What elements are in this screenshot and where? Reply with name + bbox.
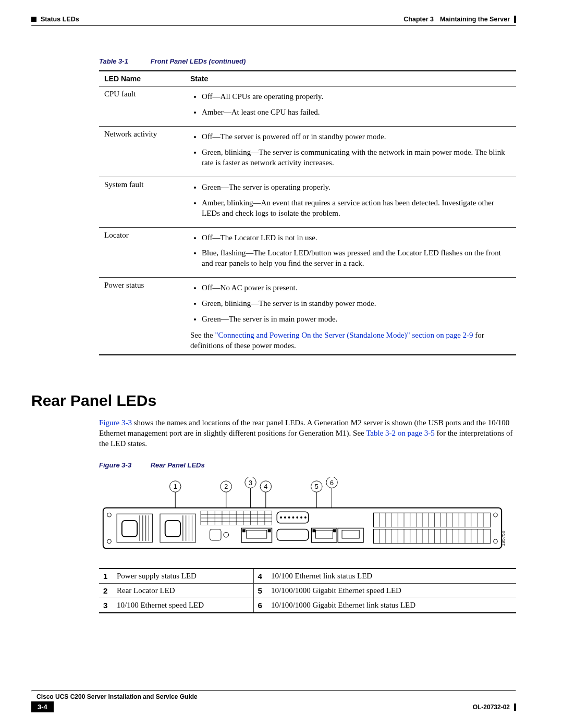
callout-table: 1 Power supply status LED 4 10/100 Ether… <box>99 568 516 613</box>
svg-text:1: 1 <box>174 484 177 491</box>
svg-point-67 <box>300 516 302 519</box>
led-state: Green—The server is operating properly. <box>202 182 511 193</box>
led-state: Off—The server is powered off or in stan… <box>202 132 511 142</box>
led-state: Off—No AC power is present. <box>202 283 511 293</box>
table-caption: Table 3-1 Front Panel LEDs (continued) <box>99 57 516 65</box>
svg-point-65 <box>292 516 295 519</box>
led-state: Off—All CPUs are operating properly. <box>202 92 511 102</box>
footer-doc-title: Cisco UCS C200 Server Installation and S… <box>36 693 516 700</box>
svg-rect-58 <box>242 529 246 533</box>
svg-point-68 <box>304 516 307 519</box>
led-name: Power status <box>99 278 185 355</box>
section-paragraph: Figure 3-3 shows the names and locations… <box>99 417 516 449</box>
callout-num: 6 <box>253 598 267 613</box>
running-header: Status LEDs Chapter 3 Maintaining the Se… <box>31 16 516 23</box>
svg-text:3: 3 <box>249 479 252 487</box>
figure-title: Rear Panel LEDs <box>151 461 205 469</box>
led-name: CPU fault <box>99 87 185 127</box>
table-title: Front Panel LEDs (continued) <box>151 57 246 65</box>
svg-rect-73 <box>313 529 316 533</box>
figure-tag: 195750 <box>500 531 506 546</box>
svg-rect-30 <box>122 521 137 537</box>
page-number: 3-4 <box>31 701 54 712</box>
see-note: See the "Connecting and Powering On the … <box>190 330 511 351</box>
table-row: Network activity Off—The server is power… <box>99 126 516 177</box>
callout-label: 10/100 Ethernet link status LED <box>267 569 516 584</box>
table-row: System fault Green—The server is operati… <box>99 177 516 227</box>
see-link[interactable]: "Connecting and Powering On the Server (… <box>215 331 473 339</box>
table-row: Power status Off—No AC power is present.… <box>99 278 516 355</box>
table-ref-link[interactable]: Table 3-2 on page 3-5 <box>366 429 434 437</box>
callout-label: 10/100/1000 Gigabit Ethernet link status… <box>267 598 516 613</box>
callout-label: Rear Locator LED <box>113 584 253 598</box>
led-state: Off—The Locator LED is not in use. <box>202 233 511 243</box>
table-number: Table 3-1 <box>99 57 149 65</box>
svg-rect-36 <box>165 521 180 537</box>
figure-caption: Figure 3-3 Rear Panel LEDs <box>99 461 516 469</box>
led-state: Green, blinking—The server is communicat… <box>202 147 511 168</box>
callout-num: 2 <box>99 584 113 598</box>
svg-point-66 <box>296 516 298 519</box>
led-name: System fault <box>99 177 185 227</box>
see-prefix: See the <box>190 331 215 339</box>
led-state: Green—The server is in main power mode. <box>202 314 511 325</box>
header-title: Maintaining the Server <box>440 16 510 23</box>
page-footer: Cisco UCS C200 Server Installation and S… <box>31 687 516 713</box>
footer-bar-icon <box>514 704 516 711</box>
callout-num: 5 <box>253 584 267 598</box>
callout-label: Power supply status LED <box>113 569 253 584</box>
callout-label: 10/100/1000 Gigabit Ethernet speed LED <box>267 584 516 598</box>
header-bar-icon <box>514 16 516 23</box>
led-name: Locator <box>99 227 185 278</box>
table-row: 3 10/100 Ethernet speed LED 6 10/100/100… <box>99 598 516 613</box>
front-panel-led-table: LED Name State CPU fault Off—All CPUs ar… <box>99 70 516 355</box>
svg-point-64 <box>288 516 290 519</box>
callout-label: 10/100 Ethernet speed LED <box>113 598 253 613</box>
table-row: Locator Off—The Locator LED is not in us… <box>99 227 516 278</box>
led-name: Network activity <box>99 126 185 177</box>
callout-num: 1 <box>99 569 113 584</box>
table-row: CPU fault Off—All CPUs are operating pro… <box>99 87 516 127</box>
svg-text:2: 2 <box>224 484 228 491</box>
svg-text:4: 4 <box>264 484 267 491</box>
rear-panel-diagram: 1 2 3 4 5 6 <box>99 477 516 561</box>
svg-text:6: 6 <box>330 479 334 487</box>
led-state: Blue, flashing—The Locator LED/button wa… <box>202 248 511 269</box>
figure-number: Figure 3-3 <box>99 461 149 469</box>
col-state: State <box>185 71 516 87</box>
section-heading: Rear Panel LEDs <box>31 392 516 410</box>
header-section: Status LEDs <box>41 16 79 23</box>
led-state: Amber—At least one CPU has failed. <box>202 107 511 118</box>
svg-point-62 <box>280 516 282 519</box>
svg-rect-74 <box>333 529 336 533</box>
callout-num: 4 <box>253 569 267 584</box>
svg-point-63 <box>284 516 286 519</box>
svg-rect-59 <box>268 529 271 533</box>
col-led-name: LED Name <box>99 71 185 87</box>
table-row: 1 Power supply status LED 4 10/100 Ether… <box>99 569 516 584</box>
header-marker-icon <box>31 17 36 22</box>
table-row: 2 Rear Locator LED 5 10/100/1000 Gigabit… <box>99 584 516 598</box>
svg-text:5: 5 <box>315 484 319 491</box>
header-chapter: Chapter 3 <box>403 16 434 23</box>
callout-num: 3 <box>99 598 113 613</box>
led-state: Amber, blinking—An event that requires a… <box>202 198 511 219</box>
figure-ref-link[interactable]: Figure 3-3 <box>99 418 132 427</box>
header-rule <box>31 25 516 26</box>
footer-doc-ref: OL-20732-02 <box>473 704 510 711</box>
led-state: Green, blinking—The server is in standby… <box>202 299 511 309</box>
